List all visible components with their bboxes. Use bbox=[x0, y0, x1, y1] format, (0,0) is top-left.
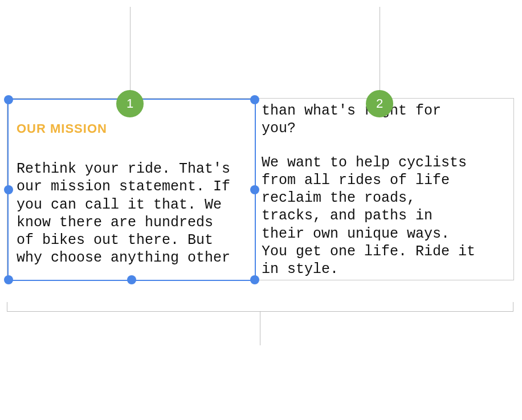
callout-line-1 bbox=[130, 7, 130, 104]
callout-badge-2-label: 2 bbox=[376, 96, 383, 111]
selection-handle-top-left[interactable] bbox=[4, 95, 13, 104]
diagram-canvas: OUR MISSION Rethink your ride. That's ou… bbox=[0, 0, 522, 420]
selection-handle-mid-bottom[interactable] bbox=[127, 275, 136, 284]
selection-handle-bottom-left[interactable] bbox=[4, 275, 13, 284]
selection-handle-mid-left[interactable] bbox=[4, 185, 13, 194]
linked-textboxes-group: OUR MISSION Rethink your ride. That's ou… bbox=[7, 98, 514, 280]
textbox-2[interactable]: than what's right for you? We want to he… bbox=[257, 99, 515, 281]
textbox-2-body-part2: We want to help cyclists from all rides … bbox=[262, 154, 505, 279]
callout-badge-2: 2 bbox=[366, 90, 393, 117]
callout-badge-1-label: 1 bbox=[127, 96, 133, 111]
callout-line-2 bbox=[380, 7, 380, 104]
bracket-guide-stem bbox=[260, 311, 260, 345]
bracket-guide-left bbox=[7, 302, 7, 311]
textbox-1-body: Rethink your ride. That's our mission st… bbox=[17, 160, 247, 267]
textbox-1-heading: OUR MISSION bbox=[17, 121, 247, 136]
callout-badge-1: 1 bbox=[116, 90, 144, 117]
bracket-guide-right bbox=[513, 302, 513, 311]
textbox-1-selected[interactable]: OUR MISSION Rethink your ride. That's ou… bbox=[7, 99, 256, 281]
